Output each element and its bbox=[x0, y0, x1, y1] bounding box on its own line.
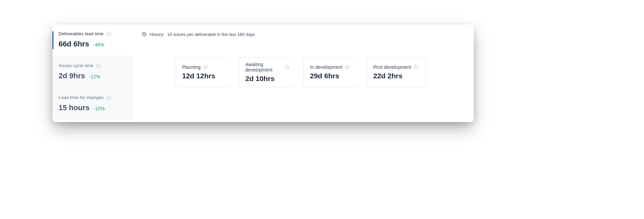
stage-label-row: Awaiting development bbox=[245, 62, 290, 73]
sidebar-item-value: 2d 9hrs bbox=[59, 72, 85, 80]
stage-post-development: Post development 22d 2hrs bbox=[367, 57, 426, 87]
info-icon[interactable] bbox=[285, 65, 290, 69]
sidebar-item-lead-time-for-changes[interactable]: Lead time for changes 15 hours -10% bbox=[52, 88, 133, 120]
svg-point-5 bbox=[98, 64, 98, 65]
info-icon[interactable] bbox=[345, 65, 350, 69]
sidebar-item-label: Lead time for changes bbox=[59, 95, 104, 100]
sidebar-item-delta: -12% bbox=[89, 74, 100, 79]
info-icon[interactable] bbox=[203, 65, 208, 69]
info-icon[interactable] bbox=[107, 95, 111, 100]
stage-label: Planning bbox=[182, 64, 201, 70]
stage-value: 22d 2hrs bbox=[373, 72, 420, 80]
sidebar-item-value-row: 2d 9hrs -12% bbox=[59, 72, 127, 80]
svg-point-11 bbox=[205, 66, 205, 66]
stage-flow: Planning 12d 12hrs Awaiting development … bbox=[142, 57, 465, 87]
sidebar-item-label: Deliverables lead time bbox=[59, 31, 104, 36]
history-text: 10 issues per deliverable in the last 18… bbox=[167, 32, 255, 37]
metrics-card: Deliverables lead time 66d 6hrs -48% Iss… bbox=[52, 24, 474, 122]
svg-point-2 bbox=[108, 33, 109, 33]
stage-planning: Planning 12d 12hrs bbox=[176, 57, 235, 87]
stage-value: 2d 10hrs bbox=[245, 75, 290, 83]
stage-label: Post development bbox=[373, 64, 411, 70]
sidebar-item-value-row: 15 hours -10% bbox=[59, 103, 127, 112]
history-prefix: History: bbox=[150, 32, 164, 37]
sidebar-item-value: 15 hours bbox=[59, 103, 90, 112]
stage-label: Awaiting development bbox=[245, 62, 283, 73]
sidebar-item-label: Issues cycle time bbox=[59, 63, 93, 68]
sidebar-item-delta: -48% bbox=[93, 42, 105, 47]
main-panel: History: 10 issues per deliverable in th… bbox=[133, 24, 474, 122]
stage-value: 12d 12hrs bbox=[182, 72, 225, 80]
info-icon[interactable] bbox=[414, 65, 418, 69]
history-icon bbox=[142, 32, 147, 37]
svg-point-20 bbox=[416, 66, 416, 66]
sidebar-item-value: 66d 6hrs bbox=[59, 40, 89, 48]
svg-point-17 bbox=[347, 66, 347, 66]
svg-point-14 bbox=[287, 66, 287, 66]
stage-label-row: Planning bbox=[182, 64, 225, 70]
history-row: History: 10 issues per deliverable in th… bbox=[142, 32, 465, 37]
sidebar-item-issues-cycle-time[interactable]: Issues cycle time 2d 9hrs -12% bbox=[52, 56, 133, 88]
stage-in-development: In development 29d 6hrs bbox=[304, 57, 363, 87]
metrics-sidebar: Deliverables lead time 66d 6hrs -48% Iss… bbox=[52, 24, 133, 122]
stage-label-row: In development bbox=[310, 64, 353, 70]
sidebar-item-label-row: Issues cycle time bbox=[59, 63, 127, 68]
svg-point-8 bbox=[109, 96, 109, 97]
stage-label-row: Post development bbox=[373, 64, 420, 70]
sidebar-item-deliverables-lead-time[interactable]: Deliverables lead time 66d 6hrs -48% bbox=[52, 24, 133, 56]
sidebar-item-label-row: Lead time for changes bbox=[59, 95, 127, 100]
stage-awaiting-development: Awaiting development 2d 10hrs bbox=[239, 57, 299, 87]
info-icon[interactable] bbox=[96, 63, 101, 68]
sidebar-item-label-row: Deliverables lead time bbox=[59, 31, 127, 36]
sidebar-item-delta: -10% bbox=[94, 106, 105, 111]
sidebar-item-value-row: 66d 6hrs -48% bbox=[59, 40, 127, 48]
info-icon[interactable] bbox=[106, 32, 111, 36]
stage-label: In development bbox=[310, 64, 342, 70]
stage-value: 29d 6hrs bbox=[310, 72, 353, 80]
